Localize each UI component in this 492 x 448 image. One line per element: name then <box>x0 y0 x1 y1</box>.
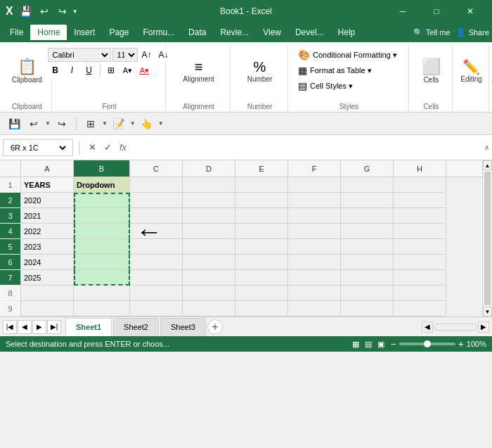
sheet-tab-sheet3[interactable]: Sheet3 <box>160 318 206 336</box>
cell-e9[interactable] <box>235 301 288 316</box>
autosave-button[interactable]: 💾 <box>6 115 22 132</box>
minimize-button[interactable]: ─ <box>387 0 419 23</box>
editing-button[interactable]: ✏️ Editing <box>457 48 486 94</box>
col-header-c[interactable]: C <box>130 160 183 177</box>
border-button[interactable]: ⊞ <box>103 63 119 77</box>
formula-input[interactable] <box>133 139 481 156</box>
cell-b3[interactable] <box>74 208 130 224</box>
conditional-formatting-button[interactable]: 🎨 Conditional Formatting ▾ <box>295 48 403 62</box>
scroll-right-button[interactable]: ▶ <box>478 321 489 333</box>
cell-b6[interactable] <box>74 255 130 270</box>
cell-h7[interactable] <box>394 270 446 286</box>
zoom-out-button[interactable]: − <box>390 338 396 350</box>
menu-home[interactable]: Home <box>30 25 67 40</box>
cell-d5[interactable] <box>183 239 235 255</box>
cell-d7[interactable] <box>183 270 235 286</box>
menu-data[interactable]: Data <box>181 25 213 40</box>
format-as-table-button[interactable]: ▦ Format as Table ▾ <box>295 63 403 77</box>
scroll-down-button[interactable]: ▼ <box>483 307 492 316</box>
cell-a8[interactable] <box>21 286 74 301</box>
col-header-e[interactable]: E <box>235 160 288 177</box>
col-header-a[interactable]: A <box>21 160 74 177</box>
page-break-icon[interactable]: ▤ <box>365 340 372 349</box>
cell-e7[interactable] <box>235 270 288 286</box>
cancel-formula-button[interactable]: ✕ <box>85 141 99 155</box>
cell-d4[interactable] <box>183 224 235 239</box>
menu-formulas[interactable]: Formu... <box>136 25 181 40</box>
zoom-in-button[interactable]: + <box>458 338 464 350</box>
menu-file[interactable]: File <box>3 25 30 40</box>
increase-font-button[interactable]: A↑ <box>139 48 155 62</box>
undo-button[interactable]: ↩ <box>36 3 53 20</box>
cell-e8[interactable] <box>235 286 288 301</box>
share-button[interactable]: 👤 Share <box>456 28 489 37</box>
cell-a9[interactable] <box>21 301 74 316</box>
cell-g2[interactable] <box>341 193 394 208</box>
cell-h2[interactable] <box>394 193 446 208</box>
cell-a6[interactable]: 2024 <box>21 255 74 270</box>
cell-e5[interactable] <box>235 239 288 255</box>
cell-c5[interactable] <box>130 239 183 255</box>
font-family-select[interactable]: Calibri <box>48 48 111 62</box>
italic-button[interactable]: I <box>65 63 80 77</box>
touch-dropdown-icon[interactable]: ▼ <box>158 120 164 127</box>
cell-h9[interactable] <box>394 301 446 316</box>
cell-f8[interactable] <box>288 286 341 301</box>
display-options-button[interactable]: ⊞ <box>82 115 99 132</box>
display-dropdown-icon[interactable]: ▼ <box>102 120 108 127</box>
cell-b7[interactable] <box>74 270 130 286</box>
add-sheet-button[interactable]: + <box>207 319 223 335</box>
paste-button[interactable]: 📋 Clipboard <box>8 48 46 94</box>
cell-c4[interactable]: ← <box>130 224 183 239</box>
cell-a5[interactable]: 2023 <box>21 239 74 255</box>
scroll-left-button[interactable]: ◀ <box>422 321 433 333</box>
h-scroll-thumb[interactable] <box>434 324 477 331</box>
zoom-slider[interactable] <box>399 343 455 345</box>
menu-developer[interactable]: Devel... <box>288 25 331 40</box>
cell-e2[interactable] <box>235 193 288 208</box>
menu-view[interactable]: View <box>256 25 288 40</box>
font-size-select[interactable]: 11 <box>112 48 138 62</box>
cell-d2[interactable] <box>183 193 235 208</box>
cell-f5[interactable] <box>288 239 341 255</box>
cell-h6[interactable] <box>394 255 446 270</box>
col-header-d[interactable]: D <box>183 160 235 177</box>
normal-view-icon[interactable]: ▣ <box>377 340 384 349</box>
sheet-nav-last-button[interactable]: ▶| <box>47 320 61 334</box>
cell-d1[interactable] <box>183 177 235 193</box>
cells-button[interactable]: ⬜ Cells <box>416 48 446 94</box>
underline-button[interactable]: U <box>82 63 97 77</box>
cell-e1[interactable] <box>235 177 288 193</box>
cell-a7[interactable]: 2025 <box>21 270 74 286</box>
bold-button[interactable]: B <box>48 63 63 77</box>
cell-e3[interactable] <box>235 208 288 224</box>
cell-d8[interactable] <box>183 286 235 301</box>
col-header-f[interactable]: F <box>288 160 341 177</box>
cell-c2[interactable] <box>130 193 183 208</box>
cell-g3[interactable] <box>341 208 394 224</box>
font-color-button[interactable]: A▾ <box>137 63 153 77</box>
cell-f4[interactable] <box>288 224 341 239</box>
cell-g1[interactable] <box>341 177 394 193</box>
cell-a4[interactable]: 2022 <box>21 224 74 239</box>
alignment-button[interactable]: ≡ Alignment <box>179 48 217 94</box>
row-num-5[interactable]: 5 <box>0 239 21 255</box>
cell-g5[interactable] <box>341 239 394 255</box>
form-dropdown-icon[interactable]: ▼ <box>130 120 136 127</box>
menu-page[interactable]: Page <box>102 25 136 40</box>
cell-c7[interactable] <box>130 270 183 286</box>
cell-c6[interactable] <box>130 255 183 270</box>
page-layout-icon[interactable]: ▦ <box>352 340 359 349</box>
col-header-b[interactable]: B <box>74 160 130 177</box>
col-header-g[interactable]: G <box>341 160 394 177</box>
cell-a2[interactable]: 2020 <box>21 193 74 208</box>
cell-g4[interactable] <box>341 224 394 239</box>
cell-b1[interactable]: Dropdown <box>74 177 130 193</box>
fill-color-button[interactable]: A▾ <box>120 63 136 77</box>
row-num-3[interactable]: 3 <box>0 208 21 224</box>
row-num-4[interactable]: 4 <box>0 224 21 239</box>
cell-b8[interactable] <box>74 286 130 301</box>
row-num-6[interactable]: 6 <box>0 255 21 270</box>
scroll-thumb[interactable] <box>484 172 491 305</box>
name-box[interactable]: 6R x 1C <box>3 139 73 156</box>
